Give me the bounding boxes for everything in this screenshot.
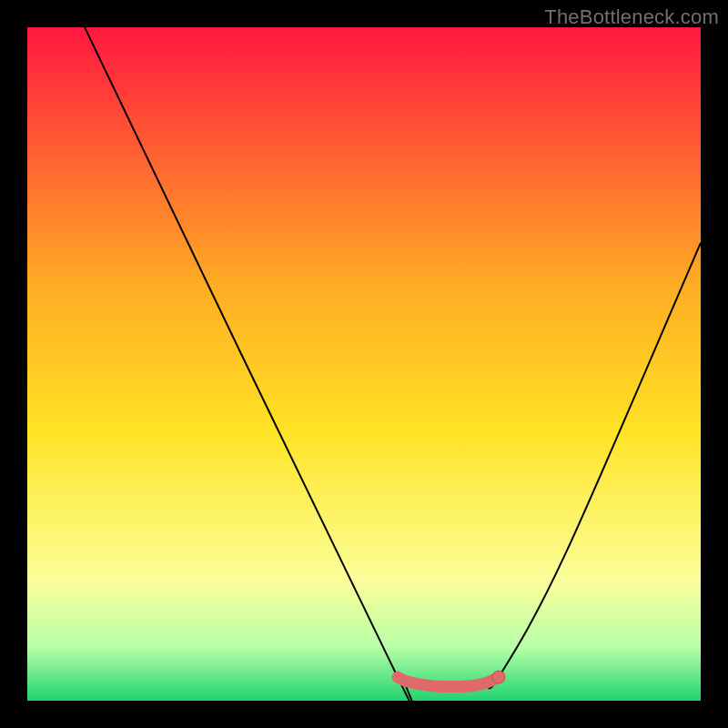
chart-frame: TheBottleneck.com (0, 0, 728, 728)
watermark-label: TheBottleneck.com (544, 5, 719, 29)
chart-svg (27, 27, 701, 701)
end-marker-dot (492, 671, 505, 683)
plot-area (27, 27, 701, 701)
gradient-background (27, 27, 701, 701)
